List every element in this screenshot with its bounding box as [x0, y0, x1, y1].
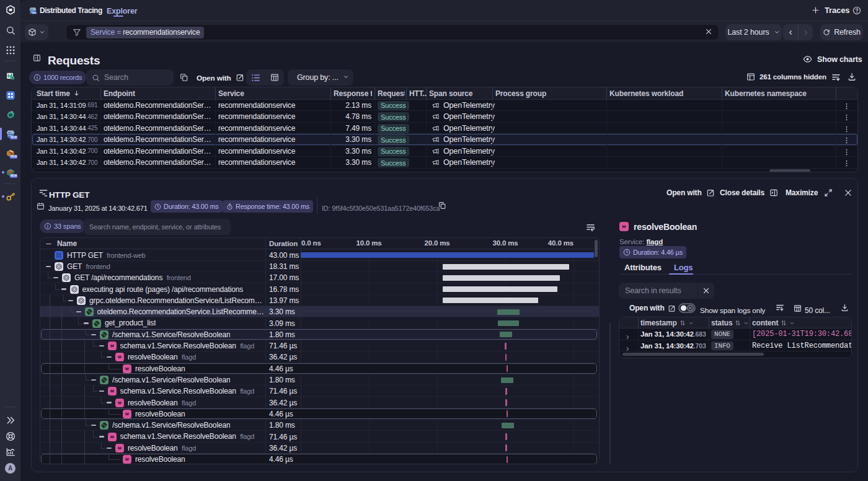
- svg-text:NEW: NEW: [32, 12, 37, 14]
